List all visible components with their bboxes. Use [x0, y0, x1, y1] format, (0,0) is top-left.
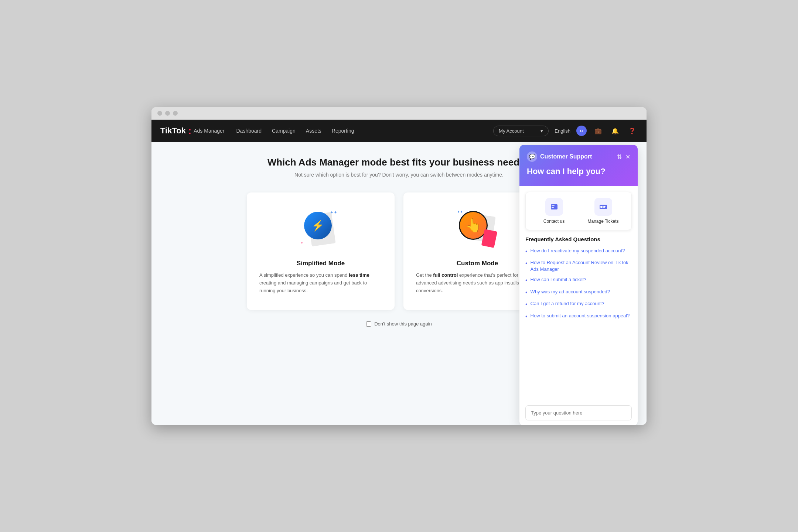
hand-icon: 👆 [465, 218, 482, 233]
account-chevron-icon: ▾ [540, 128, 543, 134]
traffic-light-maximize[interactable] [173, 111, 178, 116]
logo-ads-manager: Ads Manager [194, 128, 224, 134]
faq-item-2[interactable]: • How to Request an Account Review on Ti… [525, 259, 632, 273]
nav-link-campaign[interactable]: Campaign [272, 126, 296, 135]
faq-bullet-2: • [525, 259, 528, 267]
nav-right: My Account ▾ English u 💼 🔔 ❓ [493, 125, 638, 136]
support-body: Contact us Manage Ti [519, 186, 638, 400]
logo-dot: : [188, 126, 191, 136]
simplified-mode-icon: ⚡ ✦✦ ✦ [299, 208, 343, 252]
dont-show-checkbox[interactable] [366, 321, 371, 327]
faq-item-4[interactable]: • Why was my ad account suspended? [525, 289, 632, 297]
browser-content: TikTok: Ads Manager Dashboard Campaign A… [151, 120, 647, 425]
svg-rect-0 [551, 204, 557, 209]
support-header: 💬 Customer Support ⇅ ✕ How can I help yo… [519, 145, 638, 186]
traffic-light-minimize[interactable] [165, 111, 170, 116]
manage-tickets-button[interactable]: Manage Tickets [581, 198, 625, 224]
custom-pink-accent [481, 229, 498, 248]
simplified-stars: ✦✦ [330, 210, 337, 215]
svg-rect-2 [552, 207, 554, 208]
faq-item-6[interactable]: • How to submit an account suspension ap… [525, 313, 632, 321]
lightning-icon: ⚡ [311, 219, 324, 232]
contact-us-label: Contact us [532, 219, 576, 224]
main-area: Which Ads Manager mode best fits your bu… [151, 142, 647, 425]
account-label: My Account [499, 128, 524, 134]
custom-mode-icon: 👆 ✦✦ [455, 208, 499, 252]
faq-text-1: How do I reactivate my suspended account… [531, 248, 625, 254]
simplified-circle: ⚡ [304, 212, 332, 239]
svg-rect-1 [552, 205, 555, 206]
briefcase-icon[interactable]: 💼 [593, 125, 604, 136]
faq-bullet-5: • [525, 300, 528, 308]
support-resize-icon[interactable]: ⇅ [617, 153, 622, 160]
support-question: How can I help you? [527, 166, 630, 177]
support-panel: 💬 Customer Support ⇅ ✕ How can I help yo… [519, 145, 638, 425]
faq-item-3[interactable]: • How can I submit a ticket? [525, 276, 632, 284]
support-header-top: 💬 Customer Support ⇅ ✕ [527, 151, 630, 162]
nav-links: Dashboard Campaign Assets Reporting [236, 126, 481, 135]
nav-link-dashboard[interactable]: Dashboard [236, 126, 262, 135]
support-close-icon[interactable]: ✕ [625, 153, 630, 160]
nav-link-reporting[interactable]: Reporting [332, 126, 354, 135]
svg-point-4 [600, 206, 603, 208]
custom-star-dots: ✦✦ [457, 210, 463, 214]
help-icon[interactable]: ❓ [627, 125, 638, 136]
traffic-light-close[interactable] [157, 111, 162, 116]
faq-title: Frequently Asked Questions [525, 236, 632, 242]
nav-link-assets[interactable]: Assets [306, 126, 321, 135]
faq-text-6: How to submit an account suspension appe… [531, 313, 630, 319]
support-header-left: 💬 Customer Support [527, 151, 592, 162]
user-avatar: u [576, 126, 587, 136]
account-dropdown[interactable]: My Account ▾ [493, 126, 549, 136]
support-chat-icon: 💬 [527, 151, 537, 162]
faq-section: Frequently Asked Questions • How do I re… [525, 236, 632, 394]
support-title: Customer Support [540, 153, 592, 160]
support-question-input[interactable] [525, 405, 632, 420]
faq-list: • How do I reactivate my suspended accou… [525, 248, 632, 321]
logo: TikTok: Ads Manager [160, 126, 224, 136]
simplified-mode-desc: A simplified experience so you can spend… [259, 272, 382, 294]
faq-text-3: How can I submit a ticket? [531, 276, 587, 283]
support-footer [519, 400, 638, 425]
bell-icon[interactable]: 🔔 [610, 125, 621, 136]
support-header-actions: ⇅ ✕ [617, 153, 630, 160]
faq-bullet-1: • [525, 248, 528, 256]
svg-rect-6 [603, 207, 605, 208]
simplified-mode-card[interactable]: ⚡ ✦✦ ✦ Simplified Mode A simplified expe… [247, 192, 395, 310]
faq-text-5: Can I get a refund for my account? [531, 300, 604, 307]
svg-rect-5 [603, 206, 606, 207]
contact-us-icon [545, 198, 563, 216]
faq-bullet-3: • [525, 276, 528, 284]
browser-chrome [151, 107, 647, 120]
faq-bullet-6: • [525, 313, 528, 321]
simplified-pink-star: ✦ [300, 241, 303, 245]
browser-window: TikTok: Ads Manager Dashboard Campaign A… [151, 107, 647, 425]
dont-show-text: Don't show this page again [374, 321, 432, 327]
faq-item-1[interactable]: • How do I reactivate my suspended accou… [525, 248, 632, 256]
support-actions: Contact us Manage Ti [525, 192, 632, 230]
manage-tickets-label: Manage Tickets [581, 219, 625, 224]
language-button[interactable]: English [555, 128, 570, 134]
logo-tiktok-text: TikTok [160, 126, 186, 136]
faq-item-5[interactable]: • Can I get a refund for my account? [525, 300, 632, 308]
topnav: TikTok: Ads Manager Dashboard Campaign A… [151, 120, 647, 142]
faq-bullet-4: • [525, 289, 528, 297]
simplified-mode-title: Simplified Mode [259, 260, 382, 267]
contact-us-button[interactable]: Contact us [532, 198, 576, 224]
faq-text-4: Why was my ad account suspended? [531, 289, 610, 295]
manage-tickets-icon [594, 198, 612, 216]
faq-text-2: How to Request an Account Review on TikT… [531, 259, 632, 273]
